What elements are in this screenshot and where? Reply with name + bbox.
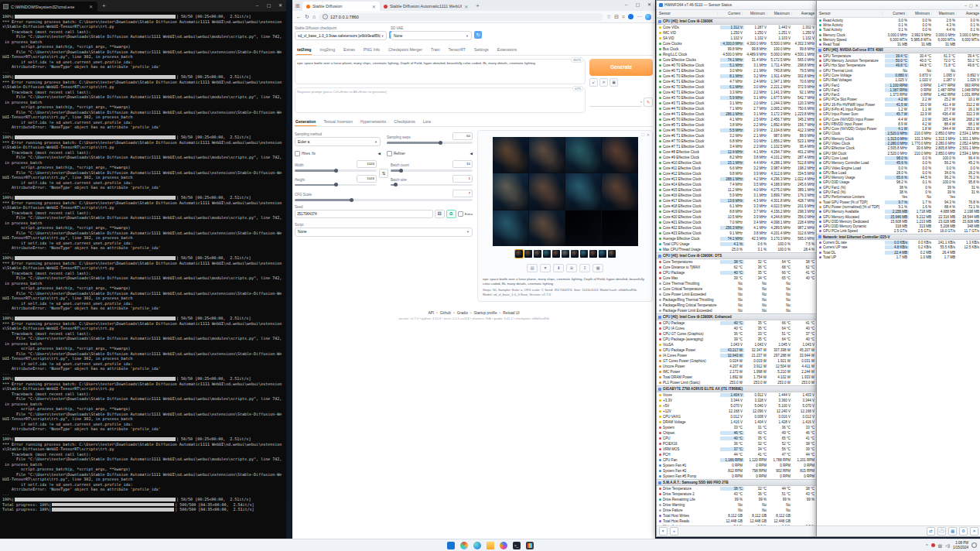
sensor-row[interactable]: GPU Rail Voltages1.025 V1.020 V1.287 V1.… <box>817 78 980 83</box>
tab-close-icon[interactable]: ✕ <box>372 4 376 9</box>
copilot-icon[interactable] <box>645 14 651 20</box>
sensor-row[interactable]: +3.3V3.344 V3.328 V3.360 V3.344 V <box>657 398 816 403</box>
sensor-row[interactable]: Drive Temperature 243 °C36 °C51 °C43 °C <box>657 491 816 497</box>
sensor-row[interactable]: VRM MOS37 °C34 °C56 °C39 °C <box>657 447 816 452</box>
sensor-row[interactable]: CPU Package40 °C35 °C66 °C41 °C <box>657 270 816 276</box>
sensor-row[interactable]: Core #21 Effective Clock7.0 MHz3.4 MHz4,… <box>657 220 816 225</box>
sensor-row[interactable]: Core #2 T0 Effective Clock6.1 MHz3.0 MHz… <box>657 84 816 90</box>
subtab-hypernetworks[interactable]: Hypernetworks <box>360 118 387 126</box>
new-tab-button[interactable]: + <box>476 2 480 9</box>
sensor-row[interactable]: PL1 Power Limit (Static)253.0 W253.0 W25… <box>657 380 816 385</box>
logging-icon[interactable]: ⇄ <box>927 527 935 536</box>
sensor-row[interactable]: Total UP1.7 MB1.0 MB1.7 MB <box>817 255 980 259</box>
sensor-row[interactable]: Package/Ring Thermal ThrottlingNoNoNo <box>657 297 816 303</box>
sensor-row[interactable]: Core Max39 °C34 °C65 °C40 °C <box>657 276 816 281</box>
sensor-row[interactable]: CPU Package Power43.217 W32.347 W307.398… <box>657 347 816 353</box>
hwinfo-tray-icon[interactable] <box>931 543 935 547</box>
reset-clock-icon[interactable]: 🕐 <box>937 527 946 536</box>
sensor-row[interactable]: GPU FBVDD Input Power8.9 W4.2 W88.4 W68.… <box>817 121 980 126</box>
hwinfo-minimize-button[interactable]: – <box>965 3 967 8</box>
network-icon[interactable]: ▤ <box>938 543 942 548</box>
sensor-row[interactable]: CPU Package40 °C35 °C66 °C41 °C <box>657 320 816 326</box>
gallery-image[interactable] <box>493 210 528 246</box>
save-zip-button[interactable]: ⬇ <box>553 264 564 272</box>
tab-close-icon[interactable]: ✕ <box>464 4 468 9</box>
sensor-row[interactable]: Memory Clock3,000.0 MHz2,992.9 MHz3,000.… <box>817 33 980 37</box>
sensor-row[interactable]: GPU Core Load98.0 %0.0 %100.0 %96.4 % <box>817 156 980 160</box>
sensor-row[interactable]: Average Effective Clock74.1 MHz42.3 MHz3… <box>657 236 816 241</box>
sensor-row[interactable]: Current UP rate4.8 KB/s0.2 KB/s55.5 KB/s… <box>817 245 980 250</box>
sensor-row[interactable]: Drive FailureNoNoNo <box>657 508 816 513</box>
sensor-row[interactable]: Core VIDs1.312 V1.287 V1.443 V1.302 V <box>657 25 816 30</box>
sensor-section-header[interactable]: CPU [#0]: Intel Core i9-13900K: DTS <box>657 252 816 259</box>
sensor-row[interactable]: GPU Memory Clock1,313.0 MHz101.3 MHz1,31… <box>817 136 980 141</box>
gallery-image-grid[interactable] <box>493 137 638 246</box>
clear-prompt-button[interactable]: ✕ <box>599 78 608 87</box>
vae-dropdown[interactable]: None▼ <box>391 31 472 40</box>
hwinfo-maximize-button[interactable]: ▢ <box>969 3 973 8</box>
sensor-row[interactable]: GPU Thermal LimitNoNoNo <box>817 68 980 73</box>
batch-count-value[interactable]: 10 <box>452 160 473 168</box>
send-to-img2img-button[interactable]: ⧉ <box>566 264 577 272</box>
sensor-row[interactable]: Core #5 T1 Effective Clock3.8 MHz2.2 MHz… <box>657 122 816 128</box>
sensor-row[interactable]: GPU Core (NVVDD) Output Power4.1 W1.8 W3… <box>817 127 980 132</box>
batch-count-slider[interactable] <box>391 169 473 172</box>
sensor-row[interactable]: CPU IA Cores40 °C35 °C64 °C40 °C <box>657 326 816 331</box>
sensor-section-header[interactable]: GPU [#0]: NVIDIA GeForce RTX 4090 <box>817 47 980 53</box>
sensor-row[interactable]: Total GPU Power [% of TDP]9.7 %1.7 %94.3… <box>817 200 980 204</box>
width-slider[interactable] <box>295 169 377 172</box>
hidden-icons-chevron[interactable]: ^ <box>926 543 928 548</box>
prompt-textarea[interactable]: epic space battle over a lunar planet, m… <box>295 59 586 84</box>
gallery-thumbnail[interactable] <box>580 250 588 258</box>
sensor-row[interactable]: SA VID1.102 V1.102 V1.103 V1.102 V <box>657 36 816 41</box>
sensor-row[interactable]: Core #6 T0 Effective Clock5.5 MHz2.9 MHz… <box>657 128 816 133</box>
pause-icon[interactable]: ⏸ <box>659 527 668 536</box>
sensor-row[interactable]: Core #12 Effective Clock9.8 MHz3.9 MHz4,… <box>657 171 816 176</box>
negative-prompt-textarea[interactable]: Negative prompt (press Ctrl+Enter or Alt… <box>295 87 586 113</box>
send-to-inpaint-button[interactable]: ↧ <box>579 264 590 272</box>
sensor-row[interactable]: System33 °C31 °C36 °C33 °C <box>657 425 816 430</box>
settings-gear-icon[interactable]: ⚙ <box>959 527 968 536</box>
sensor-row[interactable]: Core Critical TemperatureNoNoNo <box>657 286 816 292</box>
gallery-image[interactable] <box>493 137 528 173</box>
gallery-close-icon[interactable]: ✕ <box>647 132 650 138</box>
sensor-row[interactable]: GPU Fan1 (%)38 %0 %39 %31 % <box>817 185 980 190</box>
sensor-row[interactable]: GPU D3D Memory Dynamic318 MB313 MB5,208 … <box>817 224 980 228</box>
sensor-row[interactable]: +12V12.168 V12.096 V12.240 V12.168 V <box>657 409 816 414</box>
sensor-row[interactable]: Core Power Limit ExceededNoNoNo <box>657 292 816 297</box>
sensor-row[interactable]: Core #3 T1 Effective Clock3.1 MHz2.0 MHz… <box>657 101 816 106</box>
terminal-maximize-button[interactable]: ▢ <box>263 0 275 12</box>
sensor-section-header[interactable]: CPU [#0]: Intel Core i9-13900K: Enhanced <box>657 313 816 320</box>
home-icon[interactable]: ⌂ <box>312 14 316 19</box>
sensor-row[interactable]: GPU Hot Spot Temperature49.8 °C44.8 °C71… <box>817 63 980 68</box>
sensor-row[interactable]: Core #15 Effective Clock11.2 MHz4.0 MHz4… <box>657 187 816 193</box>
cfg-scale-slider[interactable] <box>295 199 473 201</box>
sensor-row[interactable]: IMC VID1.250 V1.250 V1.251 V1.250 V <box>657 30 816 36</box>
taskbar-search-icon[interactable] <box>460 542 468 549</box>
volume-icon[interactable]: ◁) <box>945 543 950 548</box>
sensor-row[interactable]: Chipset46 °C43 °C49 °C46 °C <box>657 430 816 436</box>
gallery-thumbnail[interactable] <box>589 250 597 258</box>
sensor-row[interactable]: GPU Fan21,387 RPM0 RPM1,487 RPM1,048 RPM <box>817 87 980 92</box>
sensor-row[interactable]: Drive WarningNoNoNo <box>657 502 816 508</box>
sensor-row[interactable]: GPU Core Voltage0.880 V0.870 V1.095 V0.8… <box>817 73 980 77</box>
subtab-lora[interactable]: Lora <box>422 118 432 126</box>
open-folder-button[interactable]: ▤ <box>527 264 538 272</box>
site-info-icon[interactable]: i <box>323 14 328 19</box>
sensor-row[interactable]: Core Distance to TjMAX62 °C36 °C68 °C62 … <box>657 265 816 270</box>
send-to-extras-button[interactable]: ▦ <box>592 264 603 272</box>
tab-checkpoint-merger[interactable]: Checkpoint Merger <box>388 45 423 55</box>
sensor-row[interactable]: Total CPU Usage4.1 %0.6 %100.0 %7.5 % <box>657 241 816 247</box>
edit-styles-button[interactable]: ✎ <box>644 98 653 107</box>
gallery-fullscreen-icon[interactable]: ⛶ <box>641 132 644 138</box>
sensor-row[interactable]: Core #7 T0 Effective Clock6.8 MHz3.0 MHz… <box>657 139 816 144</box>
sensor-section-header[interactable]: CPU [#0]: Intel Core i9-13900K <box>657 18 816 25</box>
taskbar-terminal-icon[interactable]: >_ <box>513 542 521 549</box>
sensor-row[interactable]: Core #13 Effective Clock288.1 MHz4.2 MHz… <box>657 176 816 182</box>
extensions-icon[interactable]: ⌗ <box>622 14 625 20</box>
sensor-row[interactable]: Core Thermal ThrottlingNoNoNo <box>657 281 816 286</box>
paste-params-button[interactable]: ↙ <box>589 78 598 87</box>
settings-menu-icon[interactable]: ⋯ <box>637 14 642 20</box>
sensor-row[interactable]: Core #16 Effective Clock5.9 MHz3.1 MHz3,… <box>657 193 816 198</box>
gallery-image[interactable] <box>529 210 565 246</box>
